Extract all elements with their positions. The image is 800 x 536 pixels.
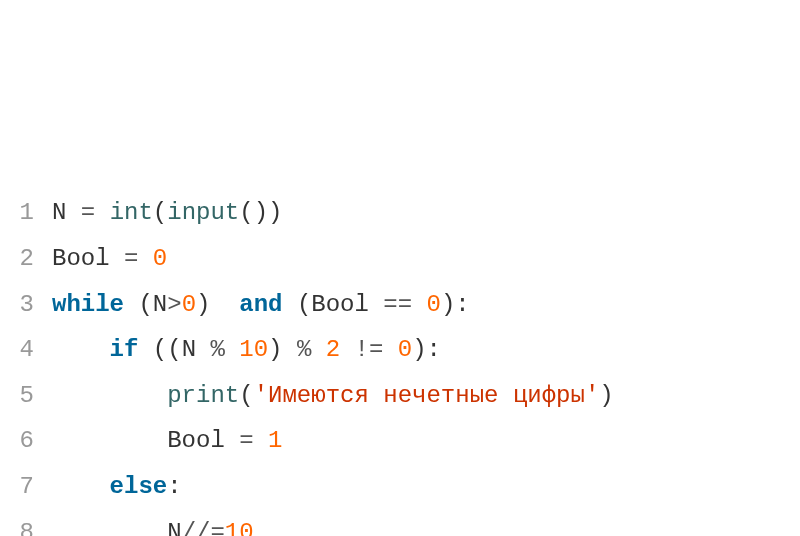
token-op: = [81,199,95,226]
token-num: 0 [182,291,196,318]
token-builtin: print [167,382,239,409]
token-plain [225,336,239,363]
token-builtin: input [167,199,239,226]
token-punct: ) [196,291,210,318]
token-num: 0 [398,336,412,363]
token-name: N [167,519,181,536]
token-num: 1 [268,427,282,454]
line-number: 7 [4,464,34,510]
code-line[interactable]: Bool = 0 [52,236,614,282]
code-line[interactable]: N//=10 [52,510,614,536]
token-punct: ) [599,382,613,409]
token-builtin: int [110,199,153,226]
token-name: N [153,291,167,318]
token-plain [311,336,325,363]
token-num: 10 [239,336,268,363]
token-plain [52,473,110,500]
token-num: 2 [326,336,340,363]
token-punct: ) [268,336,282,363]
token-op: != [355,336,384,363]
token-punct: ()) [239,199,282,226]
token-plain [138,336,152,363]
token-plain [52,382,167,409]
token-name: Bool [167,427,225,454]
code-line[interactable]: while (N>0) and (Bool == 0): [52,282,614,328]
line-number: 5 [4,373,34,419]
token-op: % [210,336,224,363]
token-num: 0 [153,245,167,272]
token-plain [210,291,239,318]
token-plain [282,291,296,318]
token-plain [110,245,124,272]
token-kw: while [52,291,124,318]
token-plain [340,336,354,363]
token-op: == [383,291,412,318]
token-name: N [52,199,66,226]
token-plain [52,519,167,536]
token-name: Bool [311,291,369,318]
token-op: = [239,427,253,454]
token-punct: ): [441,291,470,318]
token-plain [95,199,109,226]
line-number: 1 [4,190,34,236]
token-plain [369,291,383,318]
token-punct: ( [297,291,311,318]
token-op: % [297,336,311,363]
line-number-gutter: 1234567891011 [0,182,42,536]
line-number: 4 [4,327,34,373]
code-line[interactable]: print('Имеются нечетные цифры') [52,373,614,419]
token-plain [282,336,296,363]
line-number: 8 [4,510,34,536]
token-punct: (( [153,336,182,363]
token-plain [66,199,80,226]
token-plain [412,291,426,318]
token-plain [124,291,138,318]
token-num: 0 [427,291,441,318]
code-area[interactable]: N = int(input())Bool = 0while (N>0) and … [42,182,614,536]
token-num: 10 [225,519,254,536]
line-number: 2 [4,236,34,282]
token-op: //= [182,519,225,536]
token-plain [138,245,152,272]
token-kw: else [110,473,168,500]
code-line[interactable]: if ((N % 10) % 2 != 0): [52,327,614,373]
token-name: N [182,336,196,363]
token-str: 'Имеются нечетные цифры' [254,382,600,409]
token-punct: ( [153,199,167,226]
code-editor: 1234567891011 N = int(input())Bool = 0wh… [0,182,800,536]
token-plain [196,336,210,363]
line-number: 3 [4,282,34,328]
line-number: 6 [4,418,34,464]
code-line[interactable]: N = int(input()) [52,190,614,236]
token-plain [52,336,110,363]
token-punct: : [167,473,181,500]
token-plain [254,427,268,454]
token-kw: if [110,336,139,363]
token-kw: and [239,291,282,318]
token-punct: ): [412,336,441,363]
token-plain [225,427,239,454]
token-punct: ( [138,291,152,318]
code-line[interactable]: Bool = 1 [52,418,614,464]
token-plain [383,336,397,363]
token-op: > [167,291,181,318]
code-line[interactable]: else: [52,464,614,510]
token-punct: ( [239,382,253,409]
token-op: = [124,245,138,272]
token-plain [52,427,167,454]
token-name: Bool [52,245,110,272]
